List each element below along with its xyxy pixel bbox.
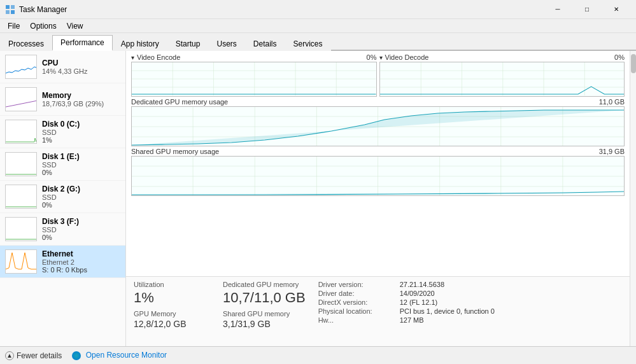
- ethernet-label: Ethernet: [42, 249, 120, 258]
- physical-key: Physical location:: [318, 307, 395, 315]
- utilization-col: Utilization 1% GPU Memory 12,8/12,0 GB: [134, 281, 210, 342]
- sidebar-item-disk1[interactable]: Disk 1 (E:) SSD 0%: [0, 148, 125, 181]
- hw-key: Hw...: [318, 316, 395, 324]
- driver-version-val: 27.21.14.5638: [400, 281, 444, 288]
- disk0-val: 1%: [42, 136, 120, 144]
- disk1-label: Disk 1 (E:): [42, 152, 120, 161]
- tab-services[interactable]: Services: [285, 36, 331, 51]
- task-manager-icon: [5, 4, 15, 15]
- dedicated-col: Dedicated GPU memory 10,7/11,0 GB Shared…: [223, 281, 306, 342]
- gpu-memory-label: GPU Memory: [134, 310, 210, 318]
- ethernet-info: Ethernet Ethernet 2 S: 0 R: 0 Kbps: [42, 249, 120, 274]
- shared-gpu-max: 31,9 GB: [599, 148, 625, 155]
- disk2-label: Disk 2 (G:): [42, 185, 120, 193]
- dedicated-gpu-label: Dedicated GPU memory usage: [131, 98, 228, 106]
- disk1-thumbnail: [5, 152, 37, 176]
- menu-options[interactable]: Options: [25, 20, 61, 32]
- disk1-val: 0%: [42, 169, 120, 176]
- shared-gpu-label: Shared GPU memory usage: [131, 148, 219, 155]
- dedicated-value: 10,7/11,0 GB: [223, 290, 306, 306]
- open-resource-monitor-link[interactable]: Open Resource Monitor: [72, 351, 167, 360]
- main-container: CPU 14% 4,33 GHz Memory 18,7/63,9 GB (29…: [0, 51, 636, 346]
- video-decode-section: ▾ Video Decode 0%: [379, 53, 625, 97]
- video-decode-pct: 0%: [614, 53, 625, 61]
- ethernet-thumbnail: [5, 249, 37, 274]
- directx-key: DirectX version:: [318, 298, 395, 306]
- cpu-thumbnail: [5, 55, 37, 79]
- hw-val: 127 MB: [400, 316, 424, 324]
- video-encode-header: ▾ Video Encode 0%: [131, 53, 377, 61]
- disk0-thumbnail: [5, 120, 37, 144]
- driver-version-key: Driver version:: [318, 281, 395, 288]
- tab-startup[interactable]: Startup: [167, 36, 209, 51]
- dedicated-gpu-section: Dedicated GPU memory usage 11,0 GB: [131, 98, 625, 146]
- close-button[interactable]: ✕: [602, 0, 631, 19]
- chevron-up-icon: ▲: [5, 351, 14, 360]
- video-decode-chart: [379, 62, 625, 97]
- detail-col: Driver version: 27.21.14.5638 Driver dat…: [318, 281, 495, 342]
- sidebar-item-memory[interactable]: Memory 18,7/63,9 GB (29%): [0, 83, 125, 116]
- sidebar-item-disk3[interactable]: Disk 3 (F:) SSD 0%: [0, 213, 125, 246]
- disk2-val: 0%: [42, 201, 120, 209]
- sidebar-item-disk0[interactable]: Disk 0 (C:) SSD 1%: [0, 116, 125, 148]
- top-charts-row: ▾ Video Encode 0%: [131, 53, 625, 97]
- shared-label: Shared GPU memory: [223, 310, 306, 318]
- fewer-details-button[interactable]: ▲ Fewer details: [5, 351, 62, 360]
- sidebar-item-disk2[interactable]: Disk 2 (G:) SSD 0%: [0, 181, 125, 213]
- disk1-info: Disk 1 (E:) SSD 0%: [42, 152, 120, 176]
- disk0-type: SSD: [42, 129, 120, 136]
- memory-thumbnail: [5, 87, 37, 111]
- svg-rect-3: [11, 10, 15, 14]
- window-title: Task Manager: [19, 5, 543, 14]
- memory-stats: 18,7/63,9 GB (29%): [42, 100, 120, 108]
- disk3-thumbnail: [5, 217, 37, 241]
- driver-date-val: 14/09/2020: [400, 290, 435, 297]
- open-resource-monitor-label: Open Resource Monitor: [86, 351, 167, 360]
- tab-performance[interactable]: Performance: [52, 35, 113, 51]
- shared-gpu-section: Shared GPU memory usage 31,9 GB: [131, 148, 625, 196]
- disk0-info: Disk 0 (C:) SSD 1%: [42, 120, 120, 144]
- tabbar: Processes Performance App history Startu…: [0, 33, 636, 51]
- window-controls: ─ □ ✕: [543, 0, 631, 19]
- detail-row-hw: Hw... 127 MB: [318, 316, 495, 324]
- directx-val: 12 (FL 12.1): [400, 298, 438, 306]
- ethernet-val: S: 0 R: 0 Kbps: [42, 266, 120, 274]
- tab-users[interactable]: Users: [208, 36, 244, 51]
- detail-row-driver-date: Driver date: 14/09/2020: [318, 290, 495, 297]
- disk2-thumbnail: [5, 185, 37, 209]
- disk0-label: Disk 0 (C:): [42, 120, 120, 129]
- video-decode-label: Video Decode: [385, 53, 429, 61]
- right-scrollbar[interactable]: [630, 51, 636, 346]
- svg-rect-1: [11, 5, 15, 9]
- shared-gpu-header: Shared GPU memory usage 31,9 GB: [131, 148, 625, 155]
- menu-view[interactable]: View: [62, 20, 88, 32]
- cpu-info: CPU 14% 4,33 GHz: [42, 59, 120, 75]
- physical-val: PCI bus 1, device 0, function 0: [400, 307, 495, 315]
- sidebar-item-ethernet[interactable]: Ethernet Ethernet 2 S: 0 R: 0 Kbps: [0, 246, 125, 278]
- dedicated-gpu-chart: [131, 106, 625, 146]
- right-scrollbar-thumb[interactable]: [631, 54, 636, 73]
- svg-rect-0: [6, 5, 10, 9]
- utilization-label: Utilization: [134, 281, 210, 288]
- sidebar-item-cpu[interactable]: CPU 14% 4,33 GHz: [0, 51, 125, 83]
- resource-monitor-icon: [72, 351, 81, 360]
- info-panel: Utilization 1% GPU Memory 12,8/12,0 GB D…: [126, 276, 630, 346]
- video-encode-collapse[interactable]: ▾: [131, 54, 134, 61]
- tab-app-history[interactable]: App history: [113, 36, 167, 51]
- video-decode-collapse[interactable]: ▾: [379, 54, 383, 61]
- sidebar[interactable]: CPU 14% 4,33 GHz Memory 18,7/63,9 GB (29…: [0, 51, 126, 346]
- ethernet-sub: Ethernet 2: [42, 258, 120, 266]
- disk3-val: 0%: [42, 234, 120, 241]
- charts-area: ▾ Video Encode 0%: [126, 51, 630, 276]
- maximize-button[interactable]: □: [572, 0, 602, 19]
- shared-value: 3,1/31,9 GB: [223, 319, 306, 329]
- video-encode-section: ▾ Video Encode 0%: [131, 53, 377, 97]
- video-encode-pct: 0%: [367, 53, 377, 61]
- disk1-type: SSD: [42, 161, 120, 169]
- tab-processes[interactable]: Processes: [0, 36, 52, 51]
- cpu-label: CPU: [42, 59, 120, 67]
- minimize-button[interactable]: ─: [543, 0, 572, 19]
- menu-file[interactable]: File: [3, 20, 25, 32]
- gpu-memory-value: 12,8/12,0 GB: [134, 319, 210, 329]
- tab-details[interactable]: Details: [245, 36, 285, 51]
